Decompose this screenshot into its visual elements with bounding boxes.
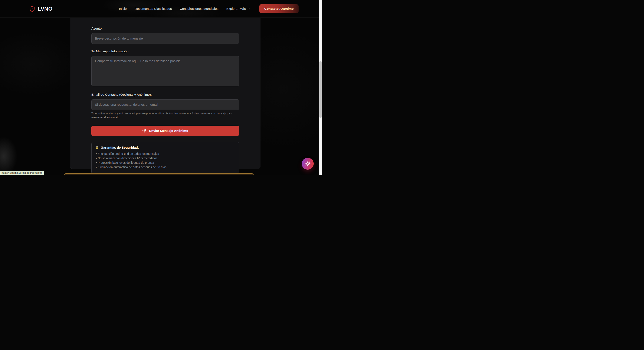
security-item: Protección bajo leyes de libertad de pre… — [96, 161, 235, 165]
security-item: No se almacenan direcciones IP ni metada… — [96, 156, 235, 161]
email-helper-text: Tu email es opcional y solo se usará par… — [91, 112, 239, 119]
message-textarea[interactable] — [91, 56, 239, 86]
site-header: LVNO Inicio Documentos Clasificados Cons… — [0, 0, 319, 18]
nav-item-conspiraciones-mundiales[interactable]: Conspiraciones Mundiales — [180, 7, 218, 11]
page: Asunto: Tu Mensaje / Información: Email … — [0, 0, 322, 175]
submit-button[interactable]: Enviar Mensaje Anónimo — [91, 126, 239, 136]
brand-logo[interactable]: LVNO — [29, 5, 52, 12]
nav-item-label: Documentos Clasificados — [134, 7, 172, 11]
send-icon — [142, 129, 146, 133]
nav-item-explorar-mas[interactable]: Explorar Más — [226, 7, 250, 11]
chevron-down-icon — [247, 7, 250, 10]
nav-item-label: Explorar Más — [226, 7, 246, 11]
contact-form-card: Asunto: Tu Mensaje / Información: Email … — [70, 0, 260, 169]
sparkles-icon — [305, 161, 311, 167]
bottom-toast-peek — [64, 173, 254, 175]
email-input[interactable] — [91, 99, 239, 110]
message-label: Tu Mensaje / Información: — [91, 49, 239, 53]
nav-item-label: Inicio — [119, 7, 127, 11]
shield-alert-icon — [29, 5, 35, 12]
security-item: Encriptación end-to-end en todos los men… — [96, 152, 235, 156]
security-title: Garantías de Seguridad: — [101, 146, 139, 150]
subject-label: Asunto: — [91, 26, 239, 30]
subject-input[interactable] — [91, 33, 239, 44]
security-item: Eliminación automática de datos después … — [96, 165, 235, 170]
scrollbar-track[interactable] — [319, 0, 322, 175]
nav-item-inicio[interactable]: Inicio — [119, 7, 127, 11]
lock-icon — [96, 146, 99, 150]
scrollbar-thumb[interactable] — [320, 61, 322, 118]
submit-button-label: Enviar Mensaje Anónimo — [149, 129, 188, 133]
email-label: Email de Contacto (Opcional y Anónimo): — [91, 93, 239, 97]
brand-name: LVNO — [38, 6, 52, 12]
nav-item-documentos-clasificados[interactable]: Documentos Clasificados — [134, 7, 172, 11]
status-url-tooltip: https://lvnomx.vercel.app/contacto — [0, 171, 44, 175]
fab-assistant-button[interactable] — [302, 158, 314, 170]
nav-item-label: Conspiraciones Mundiales — [180, 7, 218, 11]
contacto-anonimo-button[interactable]: Contacto Anónimo — [260, 4, 298, 13]
main-nav: Inicio Documentos Clasificados Conspirac… — [119, 7, 250, 11]
security-list: Encriptación end-to-end en todos los men… — [96, 152, 235, 170]
security-guarantees-box: Garantías de Seguridad: Encriptación end… — [91, 142, 239, 174]
